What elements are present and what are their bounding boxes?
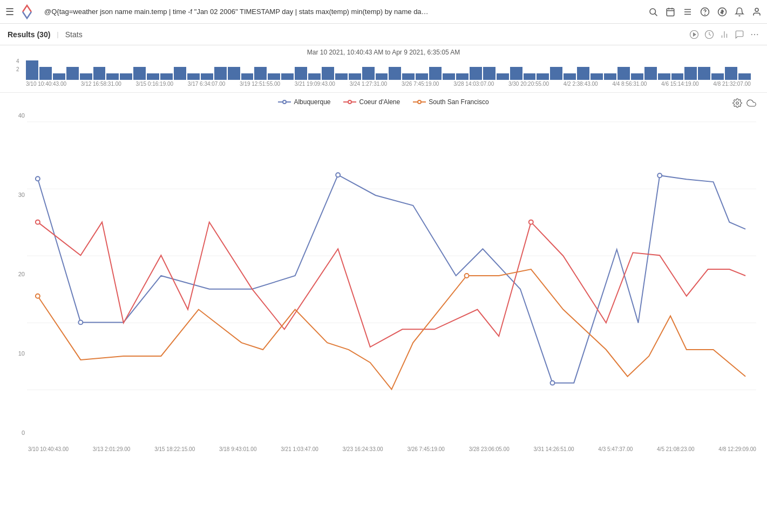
histogram-bar[interactable]: [174, 67, 186, 80]
chart-x-label: 3/23 16:24:33.00: [343, 446, 383, 452]
histogram-bar[interactable]: [80, 73, 92, 80]
histogram-bar[interactable]: [483, 67, 496, 80]
histogram-bar[interactable]: [160, 73, 173, 80]
histogram-bar[interactable]: [349, 73, 361, 80]
histogram-bar[interactable]: [590, 73, 603, 80]
histogram-bar[interactable]: [725, 67, 737, 80]
help-icon[interactable]: [700, 7, 710, 17]
histogram-bar[interactable]: [671, 73, 684, 80]
histogram-bar[interactable]: [241, 73, 254, 80]
hist-x-label: 3/21 19:09:43.00: [295, 81, 335, 87]
histogram-bar[interactable]: [295, 67, 307, 80]
chart-x-label: 3/31 14:26:51.00: [534, 446, 574, 452]
histogram-bar[interactable]: [120, 73, 132, 80]
histogram-bar[interactable]: [416, 73, 428, 80]
hamburger-icon[interactable]: ☰: [5, 6, 14, 18]
chart-x-label: 4/5 21:08:23.00: [657, 446, 695, 452]
bell-icon[interactable]: [735, 7, 744, 17]
histogram-bar[interactable]: [214, 67, 227, 80]
y-label-30: 30: [18, 192, 25, 198]
clock-icon[interactable]: [704, 30, 714, 39]
histogram-bar[interactable]: [389, 67, 401, 80]
histogram-bar[interactable]: [711, 73, 724, 80]
histogram-bar[interactable]: [308, 73, 321, 80]
histogram-bar[interactable]: [268, 73, 280, 80]
chat-icon[interactable]: [735, 30, 744, 39]
y-label-20: 20: [18, 271, 25, 277]
histogram-bar[interactable]: [133, 67, 146, 80]
albuquerque-dot: [551, 381, 555, 385]
histogram-bar[interactable]: [335, 73, 348, 80]
stats-link[interactable]: Stats: [65, 30, 83, 39]
cloud-icon[interactable]: [746, 98, 756, 108]
histogram-bar[interactable]: [698, 67, 710, 80]
chart-action-icons: [732, 98, 756, 108]
hist-x-label: 3/26 7:45:19.00: [402, 81, 439, 87]
histogram-bar[interactable]: [658, 73, 670, 80]
hist-x-label: 4/8 21:32:07.00: [713, 81, 751, 87]
histogram-bar[interactable]: [201, 73, 213, 80]
user-icon[interactable]: [752, 7, 762, 17]
legend-ssf-label: South San Francisco: [429, 98, 488, 106]
histogram-bar[interactable]: [53, 73, 65, 80]
legend-coeur[interactable]: Coeur d'Alene: [343, 98, 400, 106]
hist-x-label: 4/4 8:56:31.00: [612, 81, 647, 87]
histogram-bar[interactable]: [631, 73, 643, 80]
chart-x-label: 4/3 5:47:37.00: [598, 446, 633, 452]
histogram-bar[interactable]: [376, 73, 388, 80]
histogram-bar[interactable]: [187, 73, 200, 80]
chart-x-label: 3/26 7:45:19.00: [407, 446, 445, 452]
histogram-bar[interactable]: [429, 67, 442, 80]
y-axis-labels: 40 30 20 10 0: [11, 111, 27, 436]
histogram-bar[interactable]: [228, 67, 240, 80]
play-icon[interactable]: [689, 30, 699, 39]
histogram-bar[interactable]: [738, 73, 751, 80]
histogram-bar[interactable]: [524, 73, 536, 80]
list-icon[interactable]: [683, 7, 693, 17]
coeur-dot: [36, 220, 40, 224]
x-axis-labels: 3/10 10:40:43.003/13 2:01:29.003/15 18:2…: [11, 446, 756, 452]
histogram-bar[interactable]: [604, 73, 616, 80]
hist-x-label: 3/10 10:40:43.00: [26, 81, 66, 87]
settings-icon[interactable]: [732, 98, 742, 108]
histogram-bar[interactable]: [684, 67, 697, 80]
histogram-bar[interactable]: [322, 67, 334, 80]
histogram-bar[interactable]: [443, 73, 455, 80]
more-icon[interactable]: [750, 30, 759, 39]
bar-chart-icon[interactable]: [720, 30, 729, 39]
histogram-title: Mar 10 2021, 10:40:43 AM to Apr 9 2021, …: [11, 49, 756, 56]
histogram-bar[interactable]: [147, 73, 159, 80]
histogram-bar[interactable]: [564, 73, 576, 80]
histogram-bar[interactable]: [281, 73, 294, 80]
histogram-bar[interactable]: [26, 60, 38, 80]
histogram-bar[interactable]: [39, 67, 52, 80]
y-label-10: 10: [18, 350, 25, 357]
histogram-bar[interactable]: [456, 73, 469, 80]
search-icon[interactable]: [648, 7, 658, 17]
hist-x-label: 3/15 0:16:19.00: [136, 81, 174, 87]
histogram-bar[interactable]: [510, 67, 522, 80]
line-coeur: [38, 222, 745, 347]
histogram-bar[interactable]: [617, 67, 630, 80]
histogram-bar[interactable]: [470, 67, 482, 80]
histogram-bar[interactable]: [644, 67, 657, 80]
legend-ssf[interactable]: South San Francisco: [413, 98, 488, 106]
chart-legend: Albuquerque Coeur d'Alene South San Fran…: [11, 98, 756, 106]
histogram-bar[interactable]: [66, 67, 79, 80]
coin-icon[interactable]: [717, 7, 727, 17]
histogram-bar[interactable]: [550, 67, 562, 80]
histogram-bar[interactable]: [577, 67, 589, 80]
top-bar-icons: [648, 7, 762, 17]
legend-albuquerque[interactable]: Albuquerque: [278, 98, 330, 106]
hist-y-2: 2: [16, 66, 19, 72]
histogram-bar[interactable]: [497, 73, 509, 80]
calendar-icon[interactable]: [666, 7, 675, 17]
histogram-bar[interactable]: [254, 67, 267, 80]
histogram-bar[interactable]: [106, 73, 119, 80]
svg-point-0: [650, 9, 656, 15]
histogram-bar[interactable]: [402, 73, 415, 80]
histogram-bar[interactable]: [93, 67, 106, 80]
histogram-bar[interactable]: [537, 73, 549, 80]
histogram-bar[interactable]: [362, 67, 375, 80]
logo-icon: [18, 3, 36, 21]
